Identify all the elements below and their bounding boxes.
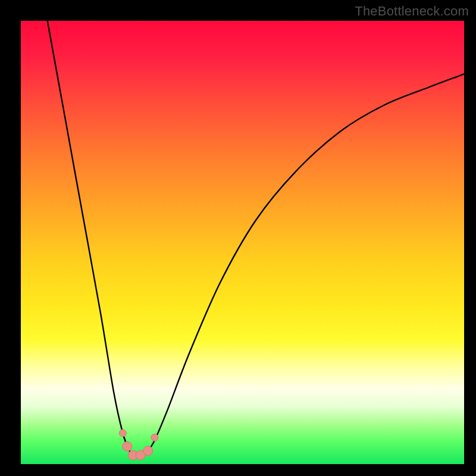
optimal-marker [151,434,158,441]
optimal-marker [123,441,132,451]
optimal-marker [143,446,153,456]
optimal-marker [119,430,126,437]
bottleneck-curve [48,21,464,456]
plot-area [21,21,464,464]
outer-frame: TheBottleneck.com [0,0,476,476]
watermark-text: TheBottleneck.com [355,4,469,19]
curve-layer [21,21,464,464]
